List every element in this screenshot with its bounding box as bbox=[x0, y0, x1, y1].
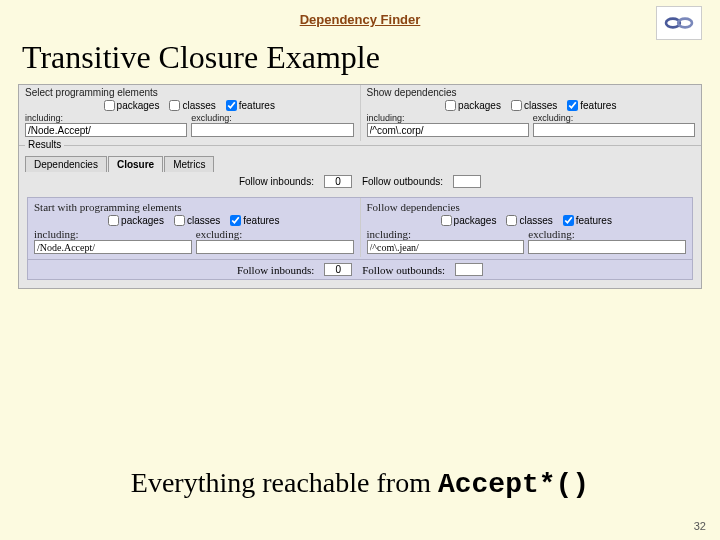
page-title: Transitive Closure Example bbox=[22, 39, 720, 76]
sub-classes-checkbox-2[interactable]: classes bbox=[506, 215, 552, 226]
tab-dependencies[interactable]: Dependencies bbox=[25, 156, 107, 172]
sub-including-label: including: bbox=[34, 228, 192, 240]
sub-packages-checkbox-2[interactable]: packages bbox=[441, 215, 497, 226]
bottom-caption: Everything reachable from Accept*() bbox=[0, 467, 720, 500]
packages-checkbox-2[interactable]: packages bbox=[445, 100, 501, 111]
sub-follow-outbounds-input[interactable] bbox=[455, 263, 483, 276]
follow-deps-label: Follow dependencies bbox=[367, 201, 687, 213]
follow-outbounds-input[interactable] bbox=[453, 175, 481, 188]
classes-label: classes bbox=[182, 100, 215, 111]
start-elements-label: Start with programming elements bbox=[34, 201, 354, 213]
including-label: including: bbox=[25, 113, 187, 123]
follow-outbounds-label: Follow outbounds: bbox=[362, 176, 443, 187]
sub-classes-label-2: classes bbox=[519, 215, 552, 226]
features-checkbox[interactable]: features bbox=[226, 100, 275, 111]
select-elements-group: Select programming elements packages cla… bbox=[19, 85, 360, 141]
sub-features-checkbox-2[interactable]: features bbox=[563, 215, 612, 226]
sub-follow-inbounds-input[interactable] bbox=[324, 263, 352, 276]
show-dependencies-group: Show dependencies packages classes featu… bbox=[360, 85, 702, 141]
sub-excluding-label: excluding: bbox=[196, 228, 354, 240]
sub-packages-checkbox[interactable]: packages bbox=[108, 215, 164, 226]
packages-label-2: packages bbox=[458, 100, 501, 111]
excluding-input[interactable] bbox=[191, 123, 353, 137]
select-elements-label: Select programming elements bbox=[25, 87, 354, 98]
tab-metrics[interactable]: Metrics bbox=[164, 156, 214, 172]
sub-follow-outbounds-label: Follow outbounds: bbox=[362, 264, 445, 276]
tab-closure[interactable]: Closure bbox=[108, 156, 163, 172]
sub-classes-checkbox[interactable]: classes bbox=[174, 215, 220, 226]
bottom-code: Accept*() bbox=[438, 469, 589, 500]
sub-including-label-2: including: bbox=[367, 228, 525, 240]
bottom-prefix: Everything reachable from bbox=[131, 467, 438, 498]
classes-checkbox[interactable]: classes bbox=[169, 100, 215, 111]
sub-features-label-2: features bbox=[576, 215, 612, 226]
classes-label-2: classes bbox=[524, 100, 557, 111]
including-label-2: including: bbox=[367, 113, 529, 123]
excluding-input-2[interactable] bbox=[533, 123, 695, 137]
follow-inbounds-input[interactable] bbox=[324, 175, 352, 188]
sub-features-label: features bbox=[243, 215, 279, 226]
sub-including-input[interactable] bbox=[34, 240, 192, 254]
sub-including-input-2[interactable] bbox=[367, 240, 525, 254]
features-label: features bbox=[239, 100, 275, 111]
sub-config-panel: Start with programming elements packages… bbox=[27, 197, 693, 280]
features-label-2: features bbox=[580, 100, 616, 111]
sub-excluding-input[interactable] bbox=[196, 240, 354, 254]
sub-packages-label: packages bbox=[121, 215, 164, 226]
features-checkbox-2[interactable]: features bbox=[567, 100, 616, 111]
sub-classes-label: classes bbox=[187, 215, 220, 226]
including-input-2[interactable] bbox=[367, 123, 529, 137]
sub-excluding-input-2[interactable] bbox=[528, 240, 686, 254]
results-label: Results bbox=[25, 139, 64, 150]
sub-excluding-label-2: excluding: bbox=[528, 228, 686, 240]
logo-icon bbox=[656, 6, 702, 40]
excluding-label-2: excluding: bbox=[533, 113, 695, 123]
follow-inbounds-label: Follow inbounds: bbox=[239, 176, 314, 187]
sub-features-checkbox[interactable]: features bbox=[230, 215, 279, 226]
excluding-label: excluding: bbox=[191, 113, 353, 123]
packages-checkbox[interactable]: packages bbox=[104, 100, 160, 111]
follow-deps-group: Follow dependencies packages classes fea… bbox=[360, 198, 693, 257]
page-number: 32 bbox=[694, 520, 706, 532]
packages-label: packages bbox=[117, 100, 160, 111]
sub-packages-label-2: packages bbox=[454, 215, 497, 226]
classes-checkbox-2[interactable]: classes bbox=[511, 100, 557, 111]
header-title: Dependency Finder bbox=[0, 0, 720, 27]
main-config-panel: Select programming elements packages cla… bbox=[18, 84, 702, 289]
including-input[interactable] bbox=[25, 123, 187, 137]
show-deps-label: Show dependencies bbox=[367, 87, 696, 98]
sub-follow-inbounds-label: Follow inbounds: bbox=[237, 264, 314, 276]
start-elements-group: Start with programming elements packages… bbox=[28, 198, 360, 257]
